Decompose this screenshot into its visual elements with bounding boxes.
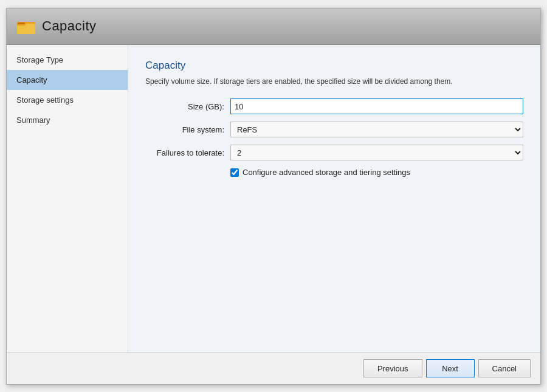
filesystem-label: File system:	[145, 125, 230, 134]
title-bar: Capacity	[7, 9, 540, 45]
size-row: Size (GB):	[145, 98, 523, 114]
advanced-checkbox-label[interactable]: Configure advanced storage and tiering s…	[243, 168, 410, 177]
svg-rect-3	[18, 22, 25, 24]
size-control-wrapper	[230, 98, 523, 114]
dialog-title: Capacity	[42, 18, 97, 34]
next-button[interactable]: Next	[426, 359, 475, 377]
failures-control-wrapper: 0 1 2 3	[230, 145, 523, 160]
sidebar: Storage Type Capacity Storage settings S…	[7, 45, 128, 352]
folder-icon	[16, 16, 36, 36]
main-content: Storage Type Capacity Storage settings S…	[7, 45, 540, 352]
content-description: Specify volume size. If storage tiers ar…	[145, 77, 523, 87]
filesystem-select[interactable]: ReFS NTFS FAT32	[230, 122, 523, 137]
sidebar-item-summary[interactable]: Summary	[7, 110, 128, 130]
advanced-checkbox[interactable]	[230, 168, 239, 177]
content-title: Capacity	[145, 60, 523, 72]
filesystem-row: File system: ReFS NTFS FAT32	[145, 122, 523, 137]
cancel-button[interactable]: Cancel	[478, 359, 531, 377]
failures-row: Failures to tolerate: 0 1 2 3	[145, 145, 523, 160]
sidebar-item-storage-settings[interactable]: Storage settings	[7, 90, 128, 110]
content-panel: Capacity Specify volume size. If storage…	[128, 45, 540, 352]
sidebar-item-capacity[interactable]: Capacity	[7, 70, 128, 90]
wizard-dialog: Capacity Storage Type Capacity Storage s…	[6, 8, 541, 385]
failures-label: Failures to tolerate:	[145, 148, 230, 157]
advanced-checkbox-row: Configure advanced storage and tiering s…	[230, 168, 523, 177]
sidebar-item-storage-type[interactable]: Storage Type	[7, 50, 128, 70]
size-input[interactable]	[230, 98, 523, 114]
filesystem-control-wrapper: ReFS NTFS FAT32	[230, 122, 523, 137]
size-label: Size (GB):	[145, 102, 230, 111]
previous-button[interactable]: Previous	[363, 359, 422, 377]
failures-select[interactable]: 0 1 2 3	[230, 145, 523, 160]
footer: Previous Next Cancel	[7, 352, 540, 384]
title-icon	[16, 16, 36, 36]
